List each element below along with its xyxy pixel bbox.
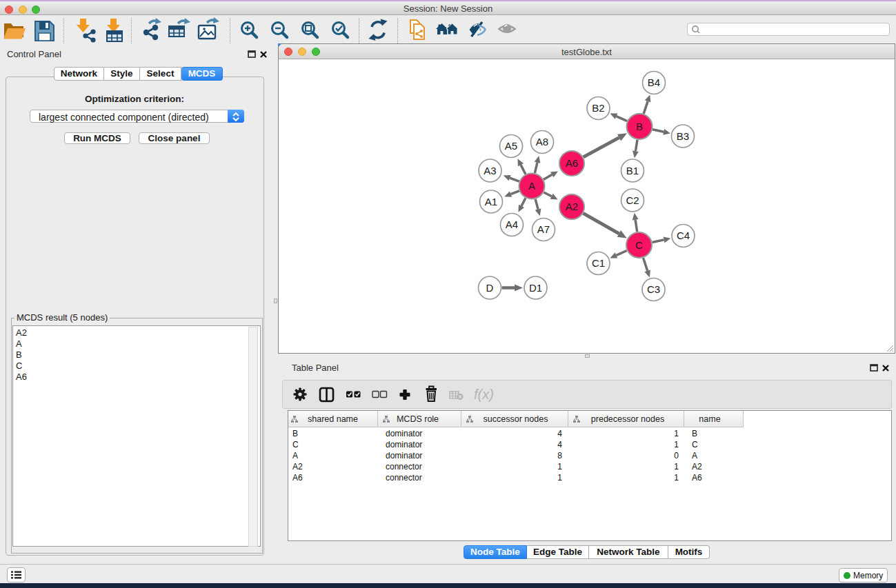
svg-text:A8: A8 <box>536 136 548 148</box>
svg-text:A: A <box>528 180 535 192</box>
svg-text:A1: A1 <box>485 196 497 207</box>
svg-text:D: D <box>486 282 494 294</box>
svg-text:C4: C4 <box>677 230 690 241</box>
svg-text:f(x): f(x) <box>474 387 494 402</box>
svg-text:C2: C2 <box>626 194 639 206</box>
svg-text:D1: D1 <box>529 282 542 294</box>
svg-text:B1: B1 <box>626 165 639 176</box>
svg-text:C3: C3 <box>647 283 660 295</box>
svg-text:B4: B4 <box>648 77 660 88</box>
svg-text:A5: A5 <box>505 140 517 152</box>
svg-text:C: C <box>635 239 643 251</box>
svg-text:B: B <box>636 121 643 132</box>
svg-text:A2: A2 <box>566 201 578 212</box>
svg-text:C1: C1 <box>592 257 605 269</box>
svg-text:B3: B3 <box>677 130 689 142</box>
svg-text:A3: A3 <box>484 165 496 176</box>
svg-text:A7: A7 <box>537 223 550 235</box>
svg-text:B2: B2 <box>592 102 604 114</box>
svg-text:A6: A6 <box>566 157 578 169</box>
svg-text:A4: A4 <box>506 219 518 230</box>
